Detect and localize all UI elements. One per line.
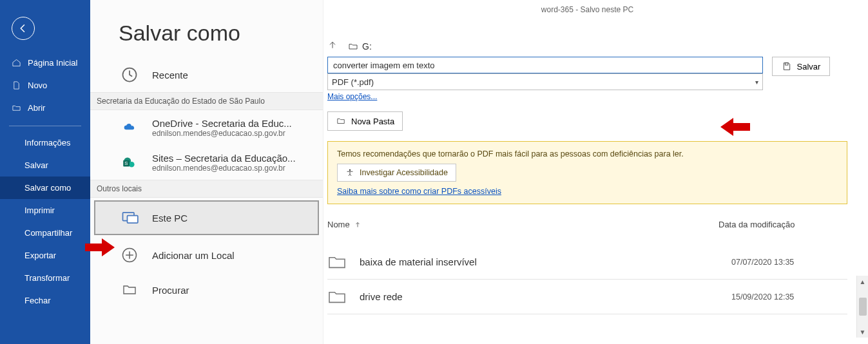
back-button[interactable] — [12, 17, 35, 40]
scroll-up-button[interactable]: ▲ — [857, 276, 868, 287]
location-label: Este PC — [152, 213, 188, 224]
accessibility-check-button[interactable]: Investigar Acessibilidade — [337, 164, 456, 182]
arrow-up-icon — [354, 221, 362, 229]
file-date: 15/09/2020 12:35 — [731, 292, 847, 301]
chevron-down-icon: ▾ — [755, 79, 758, 86]
location-browse[interactable]: Procurar — [90, 272, 323, 307]
this-pc-icon — [119, 207, 140, 229]
sidebar-item-home[interactable]: Página Inicial — [0, 52, 90, 74]
location-label: Sites – Secretaria da Educação... — [152, 153, 296, 164]
svg-marker-11 — [720, 118, 750, 136]
save-button[interactable]: Salvar — [772, 57, 830, 76]
location-label: Procurar — [152, 285, 189, 296]
sidebar-item-info[interactable]: Informações — [0, 131, 90, 154]
accessibility-banner: Temos recomendações que tornarão o PDF m… — [327, 141, 847, 204]
sidebar-item-label: Exportar — [24, 251, 56, 260]
filetype-select[interactable]: PDF (*.pdf) ▾ — [327, 73, 763, 90]
locations-panel: Salvar como Recente Secretaria da Educaç… — [90, 0, 323, 344]
up-button[interactable] — [327, 40, 338, 53]
sidebar-item-print[interactable]: Imprimir — [0, 199, 90, 222]
file-name: drive rede — [360, 291, 719, 302]
filename-input[interactable] — [327, 57, 763, 73]
sidebar-item-label: Compartilhar — [24, 228, 72, 238]
svg-point-2 — [129, 162, 135, 167]
sidebar-item-close[interactable]: Fechar — [0, 289, 90, 312]
folder-icon — [327, 289, 347, 305]
sidebar-separator — [9, 126, 81, 126]
sidebar-item-label: Fechar — [24, 296, 50, 305]
accessibility-check-label: Investigar Acessibilidade — [360, 168, 448, 177]
folder-open-icon — [348, 41, 358, 52]
backstage-sidebar: Página Inicial Novo Abrir Informações Sa… — [0, 0, 90, 344]
path-bar: G: — [327, 40, 851, 53]
column-header-date[interactable]: Data da modificação — [719, 220, 847, 229]
sidebar-item-label: Transformar — [24, 273, 70, 283]
new-folder-label: Nova Pasta — [351, 117, 394, 126]
location-label: Recente — [152, 70, 188, 81]
sidebar-item-label: Imprimir — [24, 205, 55, 215]
column-name-label: Nome — [327, 220, 350, 229]
svg-point-10 — [349, 169, 351, 171]
arrow-left-icon — [17, 23, 29, 34]
list-item[interactable]: baixa de material inservível 07/07/2020 … — [327, 245, 847, 280]
vertical-scrollbar[interactable]: ▲ ▼ — [856, 276, 868, 338]
sidebar-item-label: Informações — [24, 138, 71, 148]
scroll-down-button[interactable]: ▼ — [857, 326, 868, 338]
annotation-arrow-icon — [719, 118, 750, 136]
group-header-org: Secretaria da Educação do Estado de São … — [90, 92, 323, 110]
more-options-link[interactable]: Mais opções... — [327, 92, 763, 101]
filetype-label: PDF (*.pdf) — [332, 77, 374, 87]
location-onedrive[interactable]: OneDrive - Secretaria da Educ... ednilso… — [90, 110, 323, 145]
column-date-label: Data da modificação — [719, 220, 795, 229]
page-title: Salvar como — [90, 0, 323, 57]
file-list: baixa de material inservível 07/07/2020 … — [327, 245, 847, 314]
sidebar-item-label: Abrir — [28, 103, 45, 113]
column-header-name[interactable]: Nome — [327, 220, 362, 229]
location-this-pc[interactable]: Este PC — [94, 200, 319, 235]
folder-open-icon — [12, 103, 21, 113]
cloud-icon — [119, 117, 140, 139]
save-icon — [782, 61, 792, 72]
document-icon — [12, 81, 21, 90]
clock-icon — [119, 64, 140, 86]
svg-rect-6 — [128, 216, 138, 224]
accessibility-message: Temos recomendações que tornarão o PDF m… — [337, 149, 838, 158]
content-panel: word-365 - Salvo neste PC G: PDF (*.pdf)… — [323, 0, 868, 344]
add-location-icon — [119, 244, 140, 266]
sidebar-item-save-as[interactable]: Salvar como — [0, 177, 90, 199]
accessibility-learn-link[interactable]: Saiba mais sobre como criar PDFs acessív… — [337, 187, 838, 196]
location-recent[interactable]: Recente — [90, 57, 323, 92]
new-folder-button[interactable]: Nova Pasta — [327, 111, 403, 131]
save-button-label: Salvar — [797, 62, 821, 72]
sidebar-item-label: Novo — [28, 81, 47, 90]
sidebar-item-save[interactable]: Salvar — [0, 154, 90, 177]
sidebar-item-label: Página Inicial — [28, 58, 77, 68]
location-label: OneDrive - Secretaria da Educ... — [152, 118, 292, 129]
svg-rect-9 — [785, 63, 788, 65]
sidebar-item-open[interactable]: Abrir — [0, 97, 90, 119]
sidebar-item-label: Salvar como — [24, 183, 71, 193]
group-header-other: Outros locais — [90, 180, 323, 198]
folder-icon — [336, 117, 346, 126]
location-sites[interactable]: S Sites – Secretaria da Educação... edni… — [90, 145, 323, 180]
folder-path-button[interactable]: G: — [348, 41, 372, 52]
sidebar-item-share[interactable]: Compartilhar — [0, 222, 90, 244]
location-label: Adicionar um Local — [152, 250, 235, 261]
arrow-up-icon — [327, 40, 338, 50]
location-add[interactable]: Adicionar um Local — [90, 238, 323, 272]
path-label: G: — [362, 41, 372, 52]
sidebar-item-export[interactable]: Exportar — [0, 244, 90, 267]
scroll-thumb[interactable] — [859, 298, 867, 316]
sidebar-item-new[interactable]: Novo — [0, 74, 90, 97]
home-icon — [12, 58, 21, 68]
list-item[interactable]: drive rede 15/09/2020 12:35 — [327, 280, 847, 314]
sidebar-item-transform[interactable]: Transformar — [0, 267, 90, 289]
file-name: baixa de material inservível — [360, 256, 719, 267]
window-title: word-365 - Salvo neste PC — [323, 0, 851, 40]
accessibility-icon — [345, 168, 354, 177]
sharepoint-icon: S — [119, 151, 140, 173]
folder-icon — [119, 279, 140, 301]
sidebar-item-label: Salvar — [24, 160, 48, 170]
location-sublabel: ednilson.mendes@educacao.sp.gov.br — [152, 129, 292, 138]
location-sublabel: ednilson.mendes@educacao.sp.gov.br — [152, 164, 296, 173]
